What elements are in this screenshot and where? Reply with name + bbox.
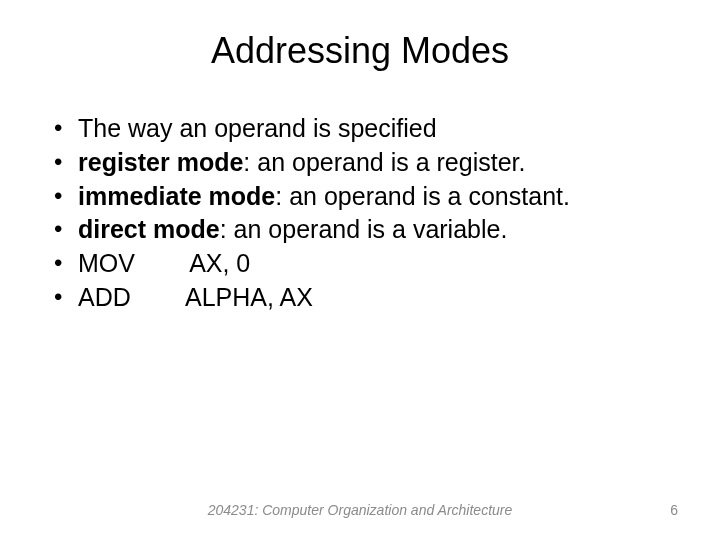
list-item: ADD ALPHA, AX: [50, 281, 680, 315]
footer-text: 204231: Computer Organization and Archit…: [208, 502, 513, 518]
list-item: MOV AX, 0: [50, 247, 680, 281]
slide-content: The way an operand is specified register…: [40, 112, 680, 315]
slide-footer: 204231: Computer Organization and Archit…: [0, 502, 720, 518]
list-item: direct mode: an operand is a variable.: [50, 213, 680, 247]
bullet-text: The way an operand is specified: [78, 114, 437, 142]
page-number: 6: [670, 502, 678, 518]
bullet-text: MOV AX, 0: [78, 249, 250, 277]
slide-title: Addressing Modes: [40, 30, 680, 72]
list-item: The way an operand is specified: [50, 112, 680, 146]
bullet-text: : an operand is a constant.: [275, 182, 570, 210]
bullet-bold: direct mode: [78, 215, 220, 243]
slide-container: Addressing Modes The way an operand is s…: [0, 0, 720, 540]
bullet-list: The way an operand is specified register…: [50, 112, 680, 315]
list-item: immediate mode: an operand is a constant…: [50, 180, 680, 214]
list-item: register mode: an operand is a register.: [50, 146, 680, 180]
bullet-bold: immediate mode: [78, 182, 275, 210]
bullet-text: : an operand is a register.: [243, 148, 525, 176]
bullet-text: : an operand is a variable.: [220, 215, 508, 243]
bullet-bold: register mode: [78, 148, 243, 176]
bullet-text: ADD ALPHA, AX: [78, 283, 313, 311]
